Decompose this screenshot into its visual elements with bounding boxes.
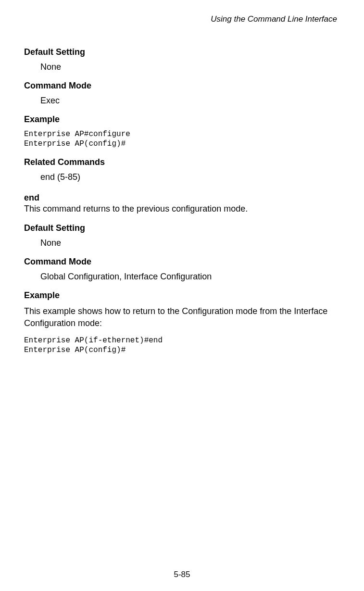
default-setting-value-2: None — [40, 238, 340, 248]
command-name-end: end — [24, 193, 340, 203]
command-mode-value-1: Exec — [40, 96, 340, 106]
related-commands-value: end (5-85) — [40, 172, 340, 182]
page-header-title: Using the Command Line Interface — [24, 14, 340, 24]
command-description-end: This command returns to the previous con… — [24, 203, 340, 214]
related-commands-heading: Related Commands — [24, 157, 340, 167]
example-code-2: Enterprise AP(if-ethernet)#end Enterpris… — [24, 336, 340, 355]
default-setting-heading-1: Default Setting — [24, 47, 340, 57]
command-mode-value-2: Global Configuration, Interface Configur… — [40, 272, 340, 282]
command-mode-heading-1: Command Mode — [24, 81, 340, 91]
example-heading-1: Example — [24, 114, 340, 125]
default-setting-value-1: None — [40, 62, 340, 72]
page-number: 5-85 — [0, 570, 364, 579]
example-heading-2: Example — [24, 290, 340, 301]
example-code-1: Enterprise AP#configure Enterprise AP(co… — [24, 129, 340, 149]
example-intro-2: This example shows how to return to the … — [24, 305, 340, 329]
command-mode-heading-2: Command Mode — [24, 257, 340, 267]
default-setting-heading-2: Default Setting — [24, 223, 340, 233]
